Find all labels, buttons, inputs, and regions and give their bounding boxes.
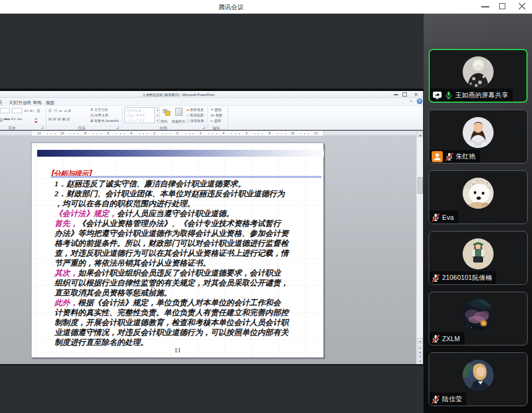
scroll-thumb[interactable] xyxy=(417,177,423,194)
shapes-gallery[interactable]: ◻◇╲╮▭○ ▢△⌐↰⇨◇ ○☆→☾{ } xyxy=(124,107,155,123)
screen-share-icon xyxy=(432,91,442,100)
participant-namebar: 陆佳莹 xyxy=(429,393,466,406)
ruler-tick xyxy=(185,133,186,134)
align-text-button[interactable]: ▤ 对齐文本 · xyxy=(90,113,110,117)
participant-tile[interactable]: 21060101阮倩楠 xyxy=(429,231,528,285)
participant-tile[interactable]: 朱红艳 xyxy=(429,110,528,163)
ppt-tab-2[interactable]: 幻灯片放映 xyxy=(8,100,33,106)
ruler-tick xyxy=(235,133,236,134)
ruler-tick xyxy=(304,133,305,134)
participant-tile[interactable]: 陆佳莹 xyxy=(429,352,528,406)
collapse-ribbon-icon[interactable]: ˄ xyxy=(410,99,415,104)
ppt-close-icon[interactable]: ✕ xyxy=(414,92,419,98)
minimize-icon[interactable] xyxy=(481,6,489,7)
participant-namebar: 王如燕的屏幕共享 xyxy=(430,89,513,102)
participant-name: ZXLM xyxy=(442,335,460,342)
participant-name: 王如燕的屏幕共享 xyxy=(455,91,508,100)
participant-tile[interactable]: 王如燕的屏幕共享 xyxy=(429,49,528,103)
dialog-launcher-icon[interactable] xyxy=(41,126,43,129)
ruler-tick xyxy=(51,133,51,134)
ppt-scrollbar[interactable]: ▲ ▼ ▲▲ ▼▼ xyxy=(416,131,423,364)
ruler-tick xyxy=(231,133,232,134)
mouse-cursor xyxy=(151,286,157,293)
select-button[interactable]: ▻ 选择 · xyxy=(211,119,223,123)
ruler-tick xyxy=(101,133,102,134)
ruler-tick xyxy=(212,133,212,134)
avatar xyxy=(463,117,494,148)
phonetic-icon[interactable]: 拼 xyxy=(37,109,40,113)
slide-text-line: 业道德遵守情况，对违反会计职业道德行为，可以按照单位内部有关 xyxy=(55,329,289,337)
avatar xyxy=(463,56,494,87)
group-separator xyxy=(46,107,46,129)
scroll-down-icon[interactable]: ▼ xyxy=(417,338,423,344)
slide-header: 【分析与提示】 xyxy=(46,169,95,180)
participant-tile[interactable]: Eva xyxy=(429,170,528,224)
slide-text-line: 其次，如果会计职业组织会员违反了会计职业道德要求，会计职业 xyxy=(55,269,281,277)
gallery-scroll-icons[interactable]: ▲▼▼̱ xyxy=(155,107,160,123)
participant-name: 朱红艳 xyxy=(456,152,476,161)
slide-header-underline xyxy=(51,176,321,178)
next-slide-icon[interactable]: ▼▼ xyxy=(417,355,423,363)
previous-slide-icon[interactable]: ▲▲ xyxy=(417,346,423,354)
maximize-icon[interactable] xyxy=(499,3,505,9)
smartart-button[interactable]: ⊞ 转换为 SmartArt · xyxy=(90,119,121,123)
ppt-tab-3[interactable]: 审阅 xyxy=(32,100,43,106)
quick-styles-button[interactable]: 快速样式 · xyxy=(172,120,187,123)
quick-styles-icon xyxy=(175,108,183,116)
close-icon[interactable] xyxy=(518,2,526,10)
mic-on-icon xyxy=(445,91,453,100)
font-color-icon[interactable]: A xyxy=(35,117,37,123)
mic-muted-icon xyxy=(432,334,440,343)
font-name-box[interactable] xyxy=(0,108,10,113)
ppt-maximize-icon[interactable] xyxy=(403,92,407,97)
ppt-minimize-icon[interactable] xyxy=(394,94,398,95)
shared-screen: 人员聘任流程 [兼容模式] - Microsoft PowerPoint ✕ 画… xyxy=(0,89,424,365)
shape-icons-row: ◻◇╲╮▭○ xyxy=(127,108,144,112)
bullets-icon[interactable]: ☰· ☷· ⇤ ⇥ ⇵· xyxy=(48,109,72,113)
slide-canvas[interactable]: 【分析与提示】 1．赵丽违反了诚实守信、廉洁自律会计职业道德要求。2．财政部门、… xyxy=(31,142,324,358)
ppt-tab-1[interactable]: 画 xyxy=(0,100,4,106)
slide-top-gradient-bar xyxy=(37,150,324,157)
replace-button[interactable]: ab 替换 · xyxy=(211,113,224,117)
align-icons[interactable]: ▤ ▤ ▤ ▦ ▥· xyxy=(48,117,71,121)
app-titlebar: 腾讯会议 xyxy=(0,0,532,14)
ruler-tick xyxy=(308,133,308,134)
grow-font-icon[interactable]: A˄ A˅ xyxy=(24,109,34,113)
ruler-tick xyxy=(74,133,74,134)
find-button[interactable]: ⚭ 查找 xyxy=(211,108,221,111)
scroll-up-icon[interactable]: ▲ xyxy=(417,131,423,137)
text-direction-button[interactable]: ⇵ 文字方向 · xyxy=(90,108,110,111)
slide-text-line: 办法》等均把遵守会计职业道德作为取得会计从业资格、参加会计资 xyxy=(55,230,289,238)
help-icon[interactable]: ? xyxy=(417,98,422,104)
dialog-launcher-icon[interactable] xyxy=(203,126,205,129)
ruler-tick xyxy=(47,133,48,134)
arrange-button[interactable]: 排列 xyxy=(160,120,167,123)
ruler-tick xyxy=(300,133,301,134)
slide-text-line: 制度进行直至除名的处理。 xyxy=(55,339,148,347)
ruler-tick xyxy=(97,133,97,134)
dialog-launcher-icon[interactable] xyxy=(116,126,119,129)
shape-effects-button[interactable]: ❏ 形状效果 · xyxy=(186,119,206,123)
ruler-tick xyxy=(262,133,263,134)
participant-tile[interactable]: ZXLM xyxy=(429,292,528,346)
ppt-ribbon-group-labels xyxy=(0,124,423,130)
ruler-number: 8 xyxy=(84,131,86,135)
participant-name: 21060101阮倩楠 xyxy=(442,274,492,282)
mic-muted-icon xyxy=(445,152,453,161)
slide-text-line: 此外，根据《会计法》规定，单位负责人对本单位的会计工作和会 xyxy=(55,299,281,307)
participant-namebar: 朱红艳 xyxy=(429,150,480,163)
slide-text-line: 查，对违反职业道德行为可以在其会计从业资格证书上进行记载，情 xyxy=(55,250,289,258)
shape-fill-button[interactable]: ▰ 形状填充 · xyxy=(186,108,206,111)
slide-page-number: 11 xyxy=(172,347,184,354)
ruler-tick xyxy=(255,133,255,134)
mic-muted-icon xyxy=(432,395,440,404)
ruler-tick xyxy=(216,133,217,134)
slide-text-line: 计资料的真实性、完整性负责。单位负责人有责任建立和完善内部控 xyxy=(55,309,289,317)
ruler-tick xyxy=(139,133,140,134)
font-size-box[interactable] xyxy=(12,108,22,113)
person-badge-icon xyxy=(432,151,443,162)
font-style-icons[interactable]: U abc A∨ Aa· xyxy=(0,117,23,121)
ppt-tab-4[interactable]: 视图 xyxy=(45,100,56,106)
ruler-tick xyxy=(285,133,286,134)
shape-outline-button[interactable]: ▱ 形状轮廓 · xyxy=(186,113,206,117)
